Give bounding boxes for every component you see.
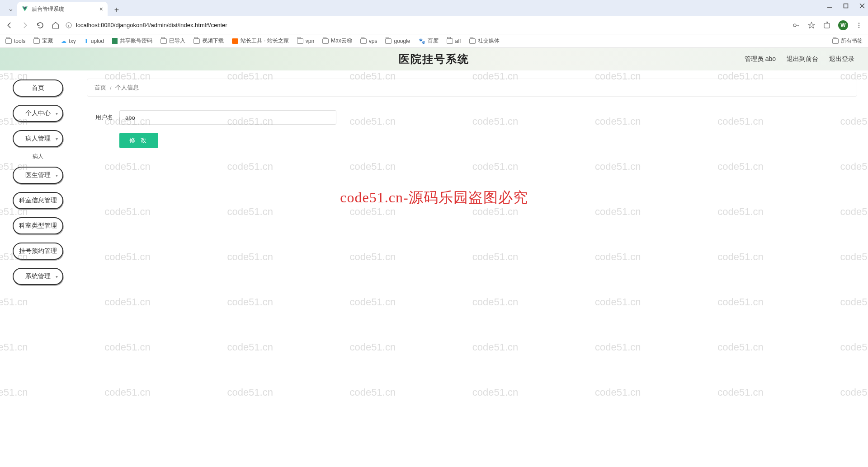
- submit-button[interactable]: 修 改: [119, 133, 158, 148]
- new-tab-button[interactable]: +: [110, 4, 123, 16]
- sidebar-item-7[interactable]: 系统管理▾: [13, 268, 63, 285]
- app-wrap: 医院挂号系统 管理员 abo 退出到前台 退出登录 首页个人中心▾病人管理▾病人…: [0, 48, 868, 467]
- sidebar-item-5[interactable]: 科室类型管理: [13, 217, 63, 234]
- svg-rect-12: [824, 23, 830, 28]
- bookmark-label: 共享账号密码: [120, 37, 152, 45]
- sidebar-item-label: 科室类型管理: [19, 222, 57, 230]
- profile-avatar[interactable]: W: [838, 20, 848, 30]
- bookmark-item[interactable]: ☁txy: [61, 38, 75, 44]
- bookmark-item[interactable]: 共享账号密码: [112, 37, 152, 45]
- sidebar-item-2[interactable]: 病人管理▾: [13, 130, 63, 147]
- window-close-icon[interactable]: [859, 3, 865, 9]
- breadcrumb-current: 个人信息: [115, 84, 139, 92]
- browser-menu-icon[interactable]: [855, 22, 863, 29]
- upload-icon: ⬆: [84, 38, 89, 44]
- sidebar-item-4[interactable]: 科室信息管理: [13, 192, 63, 209]
- sidebar-item-0[interactable]: 首页: [13, 79, 63, 97]
- baidu-icon: 🐾: [419, 38, 425, 44]
- sidebar-item-label: 首页: [32, 84, 44, 92]
- username-input[interactable]: [119, 110, 336, 125]
- bookmark-item[interactable]: 社交媒体: [469, 37, 500, 45]
- tab-title: 后台管理系统: [32, 5, 64, 13]
- tab-close-icon[interactable]: ×: [99, 5, 103, 13]
- folder-icon: [832, 38, 839, 44]
- sidebar-item-1[interactable]: 个人中心▾: [13, 105, 63, 122]
- window-minimize-icon[interactable]: [826, 3, 833, 9]
- sidebar-item-label: 系统管理: [25, 272, 51, 280]
- doc-icon: [112, 38, 118, 44]
- app-title: 医院挂号系统: [399, 52, 469, 66]
- bookmark-item[interactable]: ⬆uplod: [84, 38, 104, 44]
- svg-point-15: [859, 24, 859, 25]
- extensions-icon[interactable]: [823, 21, 831, 29]
- site-info-icon[interactable]: [65, 22, 72, 29]
- sidebar-item-label: 挂号预约管理: [19, 247, 57, 255]
- sidebar-subitem[interactable]: 病人: [33, 153, 43, 160]
- chevron-down-icon: ▾: [56, 111, 58, 116]
- bookmark-item[interactable]: 站长工具 - 站长之家: [232, 37, 289, 45]
- url-text[interactable]: localhost:8080/djangokon84/admin/dist/in…: [76, 22, 227, 28]
- header-user-label[interactable]: 管理员 abo: [745, 55, 776, 63]
- all-bookmarks[interactable]: 所有书签: [832, 37, 863, 45]
- folder-icon: [193, 38, 200, 44]
- app-header: 医院挂号系统 管理员 abo 退出到前台 退出登录: [0, 48, 868, 70]
- folder-icon: [447, 38, 453, 44]
- chevron-down-icon: ▾: [56, 173, 58, 178]
- folder-icon: [5, 38, 12, 44]
- nav-reload-icon[interactable]: [36, 21, 44, 29]
- bookmark-item[interactable]: 视频下载: [193, 37, 224, 45]
- bookmark-label: 百度: [428, 37, 439, 45]
- bookmark-item[interactable]: vps: [360, 38, 377, 44]
- browser-tab[interactable]: 后台管理系统 ×: [17, 2, 108, 16]
- chevron-down-icon: ▾: [56, 274, 58, 279]
- svg-rect-3: [844, 4, 848, 8]
- header-to-front-link[interactable]: 退出到前台: [787, 55, 818, 63]
- svg-point-9: [793, 24, 796, 27]
- bookmark-label: uplod: [91, 38, 104, 44]
- window-maximize-icon[interactable]: [843, 3, 849, 9]
- nav-back-icon[interactable]: [5, 21, 14, 29]
- bookmark-label: vps: [369, 38, 377, 44]
- chevron-down-icon: ▾: [56, 136, 58, 141]
- svg-point-16: [859, 27, 859, 28]
- bookmark-label: Max云梯: [331, 37, 352, 45]
- bookmark-item[interactable]: Max云梯: [322, 37, 352, 45]
- bookmark-item[interactable]: 宝藏: [33, 37, 53, 45]
- form-area: 用户名 修 改: [87, 110, 857, 148]
- sidebar-item-6[interactable]: 挂号预约管理: [13, 243, 63, 260]
- sidebar-item-label: 个人中心: [25, 109, 51, 117]
- folder-icon: [469, 38, 476, 44]
- bookmark-item[interactable]: 已导入: [160, 37, 185, 45]
- vue-favicon-icon: [22, 6, 28, 12]
- breadcrumb-home[interactable]: 首页: [94, 84, 106, 92]
- main-content: 首页 / 个人信息 用户名 修 改: [76, 70, 868, 467]
- tabs-dropdown-icon[interactable]: [5, 4, 17, 16]
- bookmark-label: tools: [14, 38, 25, 44]
- sidebar-item-label: 科室信息管理: [19, 196, 57, 205]
- folder-icon: [385, 38, 392, 44]
- sidebar-item-3[interactable]: 医生管理▾: [13, 167, 63, 184]
- tab-strip: 后台管理系统 × +: [0, 0, 868, 16]
- address-bar: localhost:8080/djangokon84/admin/dist/in…: [0, 16, 868, 34]
- sidebar-item-label: 病人管理: [25, 135, 51, 143]
- bookmark-bar: tools宝藏☁txy⬆uplod共享账号密码已导入视频下载站长工具 - 站长之…: [0, 34, 868, 48]
- sidebar: 首页个人中心▾病人管理▾病人医生管理▾科室信息管理科室类型管理挂号预约管理系统管…: [0, 70, 76, 467]
- bookmark-label: 已导入: [169, 37, 185, 45]
- password-key-icon[interactable]: [792, 21, 800, 29]
- bookmark-label: google: [394, 38, 410, 44]
- header-logout-link[interactable]: 退出登录: [829, 55, 854, 63]
- bookmark-label: 视频下载: [202, 37, 224, 45]
- window-controls: [826, 3, 865, 9]
- nav-forward-icon[interactable]: [21, 21, 29, 29]
- bookmark-item[interactable]: 🐾百度: [419, 37, 439, 45]
- bookmark-item[interactable]: google: [385, 38, 410, 44]
- cloud-icon: ☁: [61, 38, 66, 44]
- bookmark-item[interactable]: tools: [5, 38, 25, 44]
- svg-point-14: [859, 23, 859, 23]
- bookmark-star-icon[interactable]: [807, 21, 816, 29]
- nav-home-icon[interactable]: [52, 21, 60, 29]
- bookmark-item[interactable]: aff: [447, 38, 461, 44]
- bookmark-label: 宝藏: [42, 37, 53, 45]
- bookmark-item[interactable]: vpn: [297, 38, 314, 44]
- sidebar-item-label: 医生管理: [25, 171, 51, 179]
